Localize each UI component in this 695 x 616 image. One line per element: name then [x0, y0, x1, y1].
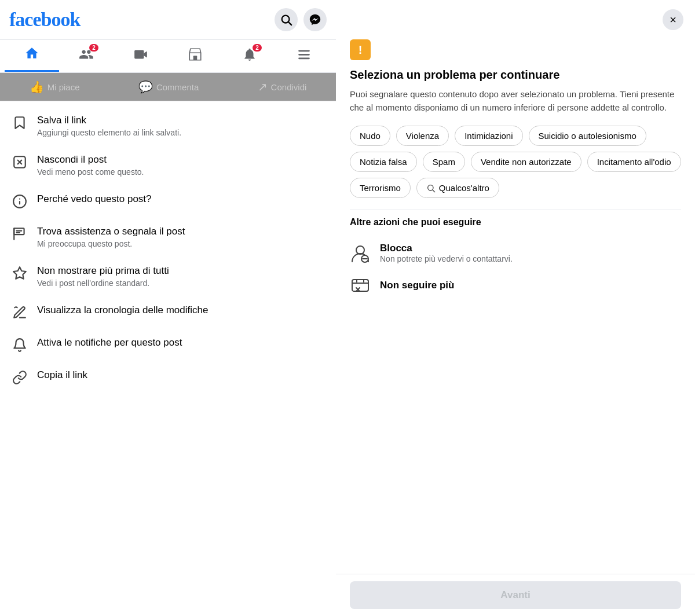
tag-fake-news[interactable]: Notizia falsa	[350, 152, 417, 172]
menu-item-why-see[interactable]: Perché vedo questo post?	[0, 185, 336, 217]
warning-exclamation: !	[359, 44, 363, 56]
close-button[interactable]: ×	[663, 9, 683, 30]
svg-marker-16	[13, 267, 26, 279]
non-seguire-text: Non seguire più	[380, 280, 454, 291]
comment-label: Commenta	[156, 82, 199, 92]
tag-altro[interactable]: Qualcos'altro	[416, 178, 499, 198]
svg-rect-2	[134, 50, 144, 58]
menu-list: Salva il link Aggiungi questo elemento a…	[0, 101, 336, 616]
menu-item-unfollow-first[interactable]: Non mostrare più prima di tutti Vedi i p…	[0, 256, 336, 296]
svg-rect-4	[193, 56, 197, 60]
tag-spam[interactable]: Spam	[423, 152, 465, 172]
svg-rect-6	[298, 53, 310, 55]
share-icon: ↗	[258, 80, 268, 94]
search-icon[interactable]	[275, 8, 298, 31]
notifications-post-text: Attiva le notifiche per questo post	[37, 336, 182, 349]
comment-icon: 💬	[138, 80, 153, 94]
report-subtitle: Mi preoccupa questo post.	[37, 239, 185, 248]
copy-link-text: Copia il link	[37, 369, 87, 382]
video-icon	[133, 47, 148, 65]
unfollow-first-text: Non mostrare più prima di tutti Vedi i p…	[37, 265, 169, 288]
hide-post-text: Nascondi il post Vedi meno post come que…	[37, 153, 144, 177]
hide-post-title: Nascondi il post	[37, 153, 144, 166]
block-user-icon	[350, 243, 371, 263]
save-link-title: Salva il link	[37, 114, 181, 127]
tag-odio[interactable]: Incitamento all'odio	[587, 152, 681, 172]
unfollow-first-subtitle: Vedi i post nell'ordine standard.	[37, 278, 169, 288]
save-link-text: Salva il link Aggiungi questo elemento a…	[37, 114, 181, 137]
unfollow-icon	[350, 275, 371, 296]
nav-notifications[interactable]: 2	[222, 41, 277, 71]
like-button[interactable]: 👍 Mi piace	[23, 75, 87, 98]
info-icon	[12, 194, 28, 209]
post-action-bar: 👍 Mi piace 💬 Commenta ↗ Condividi	[0, 73, 336, 101]
svg-point-19	[356, 246, 364, 254]
nav-video[interactable]	[114, 41, 168, 71]
menu-icon	[297, 47, 312, 65]
warning-icon: !	[350, 39, 371, 60]
edit-history-title: Visualizza la cronologia delle modifiche	[37, 304, 208, 317]
facebook-panel: facebook	[0, 0, 336, 616]
action-blocca[interactable]: Blocca Non potrete più vedervi o contatt…	[350, 237, 681, 269]
tag-suicidio[interactable]: Suicidio o autolesionismo	[529, 126, 646, 146]
like-label: Mi piace	[47, 82, 80, 92]
menu-item-hide-post[interactable]: Nascondi il post Vedi meno post come que…	[0, 145, 336, 185]
share-button[interactable]: ↗ Condividi	[251, 75, 314, 98]
messenger-icon[interactable]	[303, 8, 327, 31]
menu-item-edit-history[interactable]: Visualizza la cronologia delle modifiche	[0, 296, 336, 328]
why-see-text: Perché vedo questo post?	[37, 193, 152, 206]
friends-badge: 2	[89, 44, 98, 52]
fb-nav: 2	[0, 40, 336, 73]
menu-item-report[interactable]: Trova assistenza o segnala il post Mi pr…	[0, 217, 336, 256]
edit-history-text: Visualizza la cronologia delle modifiche	[37, 304, 208, 317]
marketplace-icon	[188, 47, 203, 65]
nav-menu[interactable]	[277, 41, 331, 71]
modal-description: Puoi segnalare questo contenuto dopo ave…	[350, 88, 681, 114]
divider	[350, 210, 681, 210]
nav-marketplace[interactable]	[168, 41, 222, 71]
nav-friends[interactable]: 2	[59, 41, 114, 71]
svg-line-18	[433, 190, 435, 192]
copy-link-title: Copia il link	[37, 369, 87, 382]
x-box-icon	[12, 155, 28, 170]
menu-item-notifications-post[interactable]: Attiva le notifiche per questo post	[0, 328, 336, 361]
report-text: Trova assistenza o segnala il post Mi pr…	[37, 225, 185, 248]
unfollow-first-title: Non mostrare più prima di tutti	[37, 265, 169, 277]
nav-home[interactable]	[5, 40, 59, 72]
why-see-title: Perché vedo questo post?	[37, 193, 152, 206]
search-small-icon	[426, 184, 436, 193]
star-icon	[12, 266, 28, 281]
avanti-button[interactable]: Avanti	[350, 581, 681, 609]
report-modal: × ! Seleziona un problema per continuare…	[336, 0, 695, 616]
modal-title: Seleziona un problema per continuare	[350, 67, 681, 82]
modal-body: ! Seleziona un problema per continuare P…	[336, 35, 695, 574]
notifications-post-title: Attiva le notifiche per questo post	[37, 336, 182, 349]
svg-marker-3	[144, 51, 147, 57]
tag-terrorismo[interactable]: Terrorismo	[350, 178, 411, 198]
tag-intimidazioni[interactable]: Intimidazioni	[455, 126, 522, 146]
svg-rect-14	[14, 228, 24, 234]
menu-item-save-link[interactable]: Salva il link Aggiungi questo elemento a…	[0, 106, 336, 145]
tag-vendite[interactable]: Vendite non autorizzate	[471, 152, 581, 172]
action-non-seguire[interactable]: Non seguire più	[350, 269, 681, 302]
edit-icon	[12, 305, 28, 320]
tag-nudo[interactable]: Nudo	[350, 126, 390, 146]
link-icon	[12, 370, 28, 385]
svg-line-1	[288, 22, 291, 25]
notifications-badge: 2	[253, 44, 262, 52]
blocca-text: Blocca Non potrete più vedervi o contatt…	[380, 243, 513, 263]
fb-header: facebook	[0, 0, 336, 40]
notifications-icon: 2	[242, 47, 257, 65]
flag-icon	[12, 226, 28, 241]
friends-icon: 2	[79, 47, 94, 65]
comment-button[interactable]: 💬 Commenta	[131, 75, 206, 98]
like-icon: 👍	[30, 80, 44, 94]
report-title: Trova assistenza o segnala il post	[37, 225, 185, 238]
share-label: Condividi	[271, 82, 307, 92]
blocca-title: Blocca	[380, 243, 513, 254]
svg-rect-7	[298, 57, 310, 59]
menu-item-copy-link[interactable]: Copia il link	[0, 361, 336, 393]
svg-rect-22	[352, 280, 368, 291]
tag-violenza[interactable]: Violenza	[396, 126, 449, 146]
non-seguire-title: Non seguire più	[380, 280, 454, 291]
